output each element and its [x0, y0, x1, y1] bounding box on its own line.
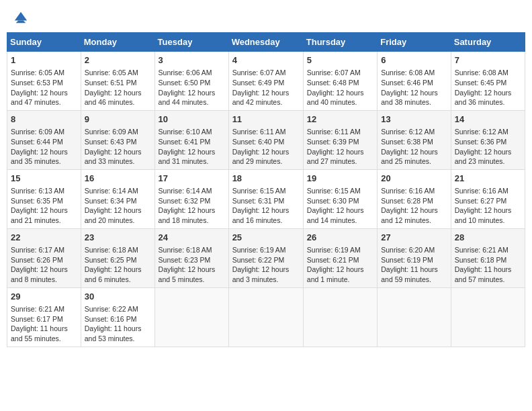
sunrise-text: Sunrise: 6:18 AM [85, 246, 138, 254]
day-number: 19 [307, 173, 373, 185]
sunset-text: Sunset: 6:36 PM [455, 138, 507, 146]
sunset-text: Sunset: 6:39 PM [307, 138, 359, 146]
sunset-text: Sunset: 6:27 PM [455, 197, 507, 205]
daylight-text: Daylight: 12 hours and 36 minutes. [455, 89, 512, 107]
calendar-day-cell: 19 Sunrise: 6:15 AM Sunset: 6:30 PM Dayl… [303, 169, 377, 228]
day-number: 1 [11, 54, 77, 66]
daylight-text: Daylight: 12 hours and 20 minutes. [85, 206, 142, 224]
sunset-text: Sunset: 6:21 PM [307, 256, 359, 264]
sunset-text: Sunset: 6:34 PM [85, 197, 137, 205]
calendar-day-cell: 3 Sunrise: 6:06 AM Sunset: 6:50 PM Dayli… [154, 52, 228, 111]
sunset-text: Sunset: 6:38 PM [381, 138, 433, 146]
sunset-text: Sunset: 6:40 PM [232, 138, 285, 146]
sunset-text: Sunset: 6:32 PM [159, 197, 211, 205]
calendar-day-cell: 24 Sunrise: 6:18 AM Sunset: 6:23 PM Dayl… [154, 228, 228, 287]
calendar-day-cell [303, 287, 377, 347]
sunrise-text: Sunrise: 6:12 AM [455, 128, 508, 136]
day-number: 13 [381, 113, 447, 126]
day-number: 23 [85, 232, 151, 244]
daylight-text: Daylight: 12 hours and 6 minutes. [85, 265, 142, 283]
day-number: 15 [11, 173, 77, 185]
sunrise-text: Sunrise: 6:08 AM [455, 68, 508, 77]
calendar-week-row: 8 Sunrise: 6:09 AM Sunset: 6:44 PM Dayli… [7, 110, 525, 169]
daylight-text: Daylight: 12 hours and 27 minutes. [307, 148, 364, 166]
daylight-text: Daylight: 12 hours and 42 minutes. [232, 89, 290, 107]
sunset-text: Sunset: 6:43 PM [85, 138, 137, 146]
sunset-text: Sunset: 6:22 PM [232, 256, 285, 264]
calendar-day-cell: 4 Sunrise: 6:07 AM Sunset: 6:49 PM Dayli… [228, 52, 303, 111]
sunrise-text: Sunrise: 6:05 AM [11, 68, 64, 77]
sunrise-text: Sunrise: 6:14 AM [159, 187, 212, 195]
sunset-text: Sunset: 6:30 PM [307, 197, 359, 205]
sunset-text: Sunset: 6:28 PM [381, 197, 433, 205]
day-of-week-header: Friday [378, 33, 451, 52]
daylight-text: Daylight: 12 hours and 40 minutes. [307, 89, 364, 107]
day-number: 24 [159, 232, 225, 244]
calendar-day-cell [378, 287, 451, 347]
daylight-text: Daylight: 12 hours and 10 minutes. [455, 206, 512, 224]
day-number: 22 [11, 232, 77, 244]
svg-marker-1 [16, 21, 26, 24]
daylight-text: Daylight: 12 hours and 5 minutes. [159, 265, 216, 283]
sunset-text: Sunset: 6:18 PM [455, 256, 507, 264]
sunset-text: Sunset: 6:19 PM [381, 256, 433, 264]
sunrise-text: Sunrise: 6:13 AM [11, 187, 64, 195]
sunset-text: Sunset: 6:41 PM [159, 138, 211, 146]
daylight-text: Daylight: 12 hours and 35 minutes. [11, 148, 68, 166]
calendar-table: SundayMondayTuesdayWednesdayThursdayFrid… [7, 32, 525, 347]
daylight-text: Daylight: 12 hours and 44 minutes. [159, 89, 216, 107]
day-of-week-header: Wednesday [228, 33, 303, 52]
sunset-text: Sunset: 6:45 PM [455, 79, 507, 87]
daylight-text: Daylight: 11 hours and 53 minutes. [85, 324, 142, 342]
day-number: 16 [85, 173, 151, 185]
calendar-day-cell: 9 Sunrise: 6:09 AM Sunset: 6:43 PM Dayli… [81, 110, 154, 169]
calendar-week-row: 15 Sunrise: 6:13 AM Sunset: 6:35 PM Dayl… [7, 169, 525, 228]
sunrise-text: Sunrise: 6:15 AM [232, 187, 286, 195]
day-number: 18 [232, 173, 300, 185]
daylight-text: Daylight: 12 hours and 1 minute. [307, 265, 364, 283]
sunrise-text: Sunrise: 6:06 AM [159, 68, 212, 77]
calendar-day-cell: 22 Sunrise: 6:17 AM Sunset: 6:26 PM Dayl… [7, 228, 81, 287]
sunrise-text: Sunrise: 6:09 AM [85, 128, 138, 136]
day-number: 2 [85, 54, 151, 66]
day-number: 17 [159, 173, 225, 185]
calendar-day-cell: 20 Sunrise: 6:16 AM Sunset: 6:28 PM Dayl… [378, 169, 451, 228]
day-number: 8 [11, 113, 77, 126]
daylight-text: Daylight: 12 hours and 21 minutes. [11, 206, 68, 224]
day-number: 30 [85, 291, 151, 303]
sunrise-text: Sunrise: 6:08 AM [381, 68, 435, 77]
day-number: 25 [232, 232, 300, 244]
daylight-text: Daylight: 12 hours and 23 minutes. [455, 148, 512, 166]
daylight-text: Daylight: 12 hours and 3 minutes. [232, 265, 290, 283]
sunrise-text: Sunrise: 6:11 AM [307, 128, 361, 136]
sunrise-text: Sunrise: 6:14 AM [85, 187, 138, 195]
sunset-text: Sunset: 6:46 PM [381, 79, 433, 87]
day-number: 12 [307, 113, 373, 126]
calendar-day-cell [451, 287, 525, 347]
calendar-day-cell: 29 Sunrise: 6:21 AM Sunset: 6:17 PM Dayl… [7, 287, 81, 347]
daylight-text: Daylight: 12 hours and 29 minutes. [232, 148, 290, 166]
day-of-week-header: Thursday [303, 33, 377, 52]
sunrise-text: Sunrise: 6:07 AM [307, 68, 361, 77]
sunset-text: Sunset: 6:51 PM [85, 79, 137, 87]
day-of-week-header: Saturday [451, 33, 525, 52]
calendar-day-cell: 7 Sunrise: 6:08 AM Sunset: 6:45 PM Dayli… [451, 52, 525, 111]
sunrise-text: Sunrise: 6:09 AM [11, 128, 64, 136]
sunrise-text: Sunrise: 6:07 AM [232, 68, 286, 77]
day-number: 11 [232, 113, 300, 126]
day-number: 14 [455, 113, 521, 126]
calendar-day-cell [154, 287, 228, 347]
sunset-text: Sunset: 6:48 PM [307, 79, 359, 87]
daylight-text: Daylight: 12 hours and 47 minutes. [11, 89, 68, 107]
day-number: 6 [381, 54, 447, 66]
sunrise-text: Sunrise: 6:16 AM [455, 187, 508, 195]
sunset-text: Sunset: 6:25 PM [85, 256, 137, 264]
calendar-day-cell: 23 Sunrise: 6:18 AM Sunset: 6:25 PM Dayl… [81, 228, 154, 287]
sunset-text: Sunset: 6:17 PM [11, 315, 63, 323]
logo-icon [13, 9, 28, 24]
sunrise-text: Sunrise: 6:17 AM [11, 246, 64, 254]
sunrise-text: Sunrise: 6:21 AM [11, 305, 64, 313]
sunrise-text: Sunrise: 6:10 AM [159, 128, 212, 136]
daylight-text: Daylight: 12 hours and 33 minutes. [85, 148, 142, 166]
day-number: 20 [381, 173, 447, 185]
